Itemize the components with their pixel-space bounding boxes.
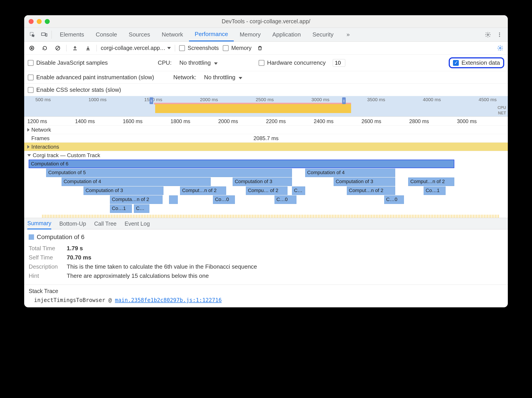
tab-network[interactable]: Network	[156, 28, 189, 41]
flame-bar[interactable]: Computation of 3	[83, 186, 164, 195]
flame-chart[interactable]: Computation of 6Computation of 5Computat…	[24, 160, 508, 218]
stack-link[interactable]: main.2358fe1b2c80297b.js:1:122716	[115, 297, 222, 303]
extension-data-checkbox[interactable]: Extension data	[453, 59, 500, 66]
tab-elements[interactable]: Elements	[54, 28, 90, 41]
settings-gear-icon[interactable]	[496, 44, 505, 53]
panel-tabbar: ElementsConsoleSourcesNetworkPerformance…	[24, 28, 508, 42]
flame-bar[interactable]: Computation of 3	[233, 177, 292, 186]
stack-trace-header: Stack Trace	[24, 285, 508, 296]
gear-icon[interactable]	[483, 30, 493, 40]
profile-selector[interactable]: corgi-collage.vercel.app…	[101, 45, 171, 51]
inspect-icon[interactable]	[27, 30, 38, 40]
memory-checkbox[interactable]: Memory	[223, 45, 251, 51]
details-tabbar: SummaryBottom-UpCall TreeEvent Log	[24, 218, 508, 229]
summary-title: Computation of 6	[37, 234, 84, 241]
hardware-concurrency-checkbox[interactable]: Hardware concurrency	[259, 59, 326, 66]
flame-bar[interactable]: Computation of 4	[305, 169, 395, 177]
tab-sources[interactable]: Sources	[123, 28, 156, 41]
minimize-button[interactable]	[37, 19, 42, 24]
flame-bar[interactable]: Co…0	[213, 196, 235, 204]
tracks: Network Frames 2085.7 ms Interactions Co…	[24, 126, 508, 218]
flame-bar[interactable]: Computation of 3	[334, 177, 395, 186]
tab-overflow[interactable]: »	[341, 28, 355, 41]
summary-swatch	[29, 234, 34, 240]
css-stats-checkbox[interactable]: Enable CSS selector stats (slow)	[28, 86, 121, 93]
tab-performance[interactable]: Performance	[189, 28, 234, 41]
stack-trace: Stack Trace injectTimingsToBrowser @ mai…	[24, 284, 508, 307]
details-tab-summary[interactable]: Summary	[27, 218, 51, 229]
advanced-paint-checkbox[interactable]: Enable advanced paint instrumentation (s…	[28, 74, 154, 81]
range-handle-left[interactable]: ||	[150, 97, 153, 104]
details-tab-call-tree[interactable]: Call Tree	[94, 218, 116, 229]
net-label: NET	[498, 110, 506, 116]
hardware-concurrency-input[interactable]	[333, 59, 345, 67]
flame-bar[interactable]: C…	[134, 204, 149, 213]
flame-bar[interactable]: Comput…n of 2	[408, 177, 454, 186]
window-title: DevTools - corgi-collage.vercel.app/	[222, 18, 310, 25]
corgi-track-header[interactable]: Corgi track — Custom Track	[24, 151, 508, 160]
record-icon[interactable]	[27, 44, 36, 53]
frames-value: 2085.7 ms	[253, 135, 279, 141]
cpu-throttle-label: CPU:	[158, 59, 171, 66]
flame-bar[interactable]: Co…1	[110, 204, 132, 213]
hint-value: There are approximately 15 calculations …	[67, 272, 209, 279]
tab-application[interactable]: Application	[266, 28, 307, 41]
disable-js-checkbox[interactable]: Disable JavaScript samples	[28, 59, 108, 66]
svg-point-8	[31, 47, 33, 49]
frames-track[interactable]: Frames 2085.7 ms	[24, 134, 508, 143]
interactions-track[interactable]: Interactions	[24, 143, 508, 151]
tab-memory[interactable]: Memory	[234, 28, 266, 41]
description-value: This is the time taken to calculate the …	[67, 263, 257, 270]
details-tab-event-log[interactable]: Event Log	[125, 218, 150, 229]
tab-console[interactable]: Console	[90, 28, 123, 41]
range-handle-right[interactable]: ||	[342, 97, 346, 104]
settings-row-3: Enable CSS selector stats (slow)	[24, 84, 508, 96]
trash-icon[interactable]	[255, 44, 264, 53]
device-toolbar-icon[interactable]	[39, 30, 49, 40]
flame-bar[interactable]	[169, 196, 178, 204]
details-tab-bottom-up[interactable]: Bottom-Up	[59, 218, 86, 229]
network-track[interactable]: Network	[24, 126, 508, 134]
flame-bar[interactable]: C…	[292, 186, 305, 195]
perf-toolbar: corgi-collage.vercel.app… Screenshots Me…	[24, 42, 508, 55]
window-titlebar: DevTools - corgi-collage.vercel.app/	[24, 15, 508, 28]
svg-point-10	[500, 47, 501, 49]
summary-panel: Computation of 6 Total Time1.79 s Self T…	[24, 229, 508, 284]
settings-row-1: Disable JavaScript samples CPU: No throt…	[24, 55, 508, 71]
flame-bar[interactable]: C…0	[274, 196, 297, 204]
flame-bar[interactable]: Comput…n of 2	[347, 186, 395, 195]
svg-point-3	[487, 34, 489, 35]
network-throttle-select[interactable]: No throttling	[204, 74, 242, 81]
devtools-window: DevTools - corgi-collage.vercel.app/ Ele…	[24, 15, 508, 307]
tab-security[interactable]: Security	[307, 28, 339, 41]
ruler: 1200 ms1400 ms1600 ms1800 ms2000 ms2200 …	[24, 117, 508, 126]
svg-rect-2	[46, 34, 47, 36]
svg-point-5	[499, 34, 500, 35]
self-time-value: 70.70 ms	[67, 254, 91, 261]
flame-bar[interactable]: Comput…n of 2	[180, 186, 226, 195]
flame-bar[interactable]: Computa…n of 2	[110, 196, 163, 204]
more-icon[interactable]	[494, 30, 505, 40]
download-icon[interactable]	[83, 44, 92, 53]
svg-rect-1	[41, 33, 45, 35]
flame-bar[interactable]: C…0	[384, 196, 404, 204]
traffic-lights	[29, 19, 50, 24]
cpu-throttle-select[interactable]: No throttling	[179, 59, 218, 66]
flame-bar[interactable]: Compu… of 2	[246, 186, 287, 195]
flame-bar[interactable]: Computation of 5	[46, 169, 292, 177]
flame-bar[interactable]: Computation of 4	[62, 177, 211, 186]
cpu-label: CPU	[498, 105, 506, 110]
settings-row-2: Enable advanced paint instrumentation (s…	[24, 71, 508, 84]
flame-bar[interactable]: Co…1	[424, 186, 446, 195]
reload-icon[interactable]	[40, 44, 49, 53]
upload-icon[interactable]	[70, 44, 79, 53]
close-button[interactable]	[29, 19, 34, 24]
zoom-button[interactable]	[45, 19, 50, 24]
extension-data-highlight: Extension data	[449, 57, 504, 68]
screenshots-checkbox[interactable]: Screenshots	[179, 45, 219, 51]
clear-icon[interactable]	[53, 44, 62, 53]
flame-bar[interactable]: Computation of 6	[29, 160, 454, 168]
overview-timeline[interactable]: 500 ms1000 ms1500 ms2000 ms2500 ms3000 m…	[24, 96, 508, 117]
total-time-value: 1.79 s	[67, 245, 83, 252]
stack-fn: injectTimingsToBrowser	[34, 297, 105, 303]
